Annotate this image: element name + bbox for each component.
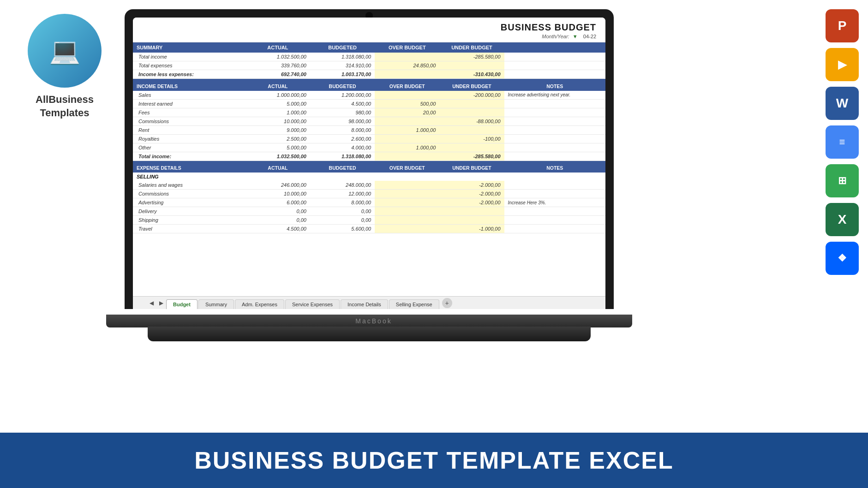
expense-row-delivery: Delivery 0,00 0,00 [133,207,605,216]
fees-actual: 1.000,00 [245,108,310,117]
word-icon[interactable]: W [826,87,859,120]
income-total-row: Total income: 1.032.500,00 1.318.080,00 … [133,152,605,161]
salaries-actual: 246.000,00 [245,181,310,190]
summary-over-header: OVER BUDGET [375,42,439,53]
google-sheets-icon[interactable]: ⊞ [826,164,859,197]
sales-under: -200.000,00 [439,91,504,100]
travel-over [375,225,439,233]
fees-under [439,108,504,117]
summary-row2-under [439,61,504,70]
rent-actual: 9.000,00 [245,125,310,134]
salaries-label: Salaries and wages [133,181,245,190]
income-details-header: INCOME DETAILS ACTUAL BUDGETED OVER BUDG… [133,82,605,91]
summary-section-header: SUMMARY ACTUAL BUDGETED OVER BUDGET UNDE… [133,42,605,53]
fees-label: Fees [133,108,245,117]
fees-budgeted: 980,00 [310,108,375,117]
sales-budgeted: 1.200.000,00 [310,91,375,100]
interest-over: 500,00 [375,99,439,108]
travel-under: -1.000,00 [439,225,504,233]
expense-details-header: EXPENSE DETAILS ACTUAL BUDGETED OVER BUD… [133,163,605,173]
income-over-header: OVER BUDGET [375,82,439,91]
tab-service-expenses[interactable]: Service Expenses [285,299,340,309]
tab-nav-right[interactable]: ▶ [156,298,166,308]
excel-icon[interactable]: X [826,203,859,236]
income-row-other: Other 5.000,00 4.000,00 1.000,00 [133,143,605,152]
expense-row-shipping: Shipping 0,00 0,00 [133,216,605,225]
expense-under-header: UNDER BUDGET [439,163,504,173]
summary-actual-header: ACTUAL [245,42,310,53]
summary-row3-under: -310.430,00 [439,70,504,79]
delivery-over [375,207,439,216]
commissions-actual: 10.000,00 [245,117,310,125]
summary-row2-actual: 339.760,00 [245,61,310,70]
interest-notes [504,99,605,108]
other-label: Other [133,143,245,152]
total-income-budgeted: 1.318.080,00 [310,152,375,161]
expense-row-salaries: Salaries and wages 246.000,00 248.000,00… [133,181,605,190]
income-row-commissions: Commissions 10.000,00 98.000,00 -88.000,… [133,117,605,125]
commissions-budgeted: 98.000,00 [310,117,375,125]
advertising-notes: Increase Here 3%. [504,198,605,207]
salaries-budgeted: 248.000,00 [310,181,375,190]
travel-actual: 4.500,00 [245,225,310,233]
summary-row1-under: -285.580,00 [439,53,504,61]
google-slides-icon[interactable]: ▶ [826,48,859,81]
summary-row2-label: Total expenses [133,61,245,70]
selling-header-row: SELLING [133,173,605,181]
other-under [439,143,504,152]
date-value: 04-22 [583,34,596,39]
month-year-label: Month/Year: [542,34,569,39]
add-sheet-button[interactable]: + [442,298,452,308]
commissions-over [375,117,439,125]
advertising-budgeted: 8.000,00 [310,198,375,207]
tab-summary[interactable]: Summary [198,299,234,309]
summary-under-header: UNDER BUDGET [439,42,504,53]
summary-spacer [504,42,605,53]
rent-over: 1.000,00 [375,125,439,134]
commissions-label: Commissions [133,117,245,125]
spreadsheet: BUSINESS BUDGET Month/Year: ▼ 04-22 SUMM… [133,18,605,309]
income-notes-header: NOTES [504,82,605,91]
exp-commissions-under: -2.000,00 [439,190,504,198]
expense-over-header: OVER BUDGET [375,163,439,173]
macbook-screen: BUSINESS BUDGET Month/Year: ▼ 04-22 SUMM… [125,9,614,309]
income-budgeted-header: BUDGETED [310,82,375,91]
advertising-actual: 6.000,00 [245,198,310,207]
google-docs-icon[interactable]: ≡ [826,125,859,159]
dropbox-icon[interactable]: ❖ [826,242,859,275]
logo-circle: 💻 [28,14,102,88]
other-notes [504,143,605,152]
fees-over: 20,00 [375,108,439,117]
document-title: BUSINESS BUDGET [142,22,596,33]
exp-commissions-notes [504,190,605,198]
bottom-banner: BUSINESS BUDGET TEMPLATE EXCEL [0,433,868,488]
delivery-under [439,207,504,216]
powerpoint-icon[interactable]: P [826,9,859,42]
expense-row-travel: Travel 4.500,00 5.600,00 -1.000,00 [133,225,605,233]
delivery-notes [504,207,605,216]
right-icons-panel: P ▶ W ≡ ⊞ X ❖ [826,9,859,275]
exp-commissions-budgeted: 12.000,00 [310,190,375,198]
tab-adm-expenses[interactable]: Adm. Expenses [235,299,284,309]
exp-commissions-label: Commissions [133,190,245,198]
commissions-under: -88.000,00 [439,117,504,125]
macbook-foot [148,327,591,341]
shipping-label: Shipping [133,216,245,225]
salaries-under: -2.000,00 [439,181,504,190]
expense-row-advertising: Advertising 6.000,00 8.000,00 -2.000,00 … [133,198,605,207]
summary-row1-actual: 1.032.500,00 [245,53,310,61]
tab-income-details[interactable]: Income Details [341,299,388,309]
summary-row1-budgeted: 1.318.080,00 [310,53,375,61]
logo-tagline: Templates [40,107,89,119]
tab-nav-left[interactable]: ◀ [147,298,156,308]
tab-budget[interactable]: Budget [166,299,198,309]
advertising-under: -2.000,00 [439,198,504,207]
income-actual-header: ACTUAL [245,82,310,91]
total-income-under: -285.580,00 [439,152,504,161]
sales-over [375,91,439,100]
interest-label: Interest earned [133,99,245,108]
expense-budgeted-header: BUDGETED [310,163,375,173]
shipping-actual: 0,00 [245,216,310,225]
laptop-icon: 💻 [49,36,81,66]
tab-selling-expense[interactable]: Selling Expense [389,299,439,309]
